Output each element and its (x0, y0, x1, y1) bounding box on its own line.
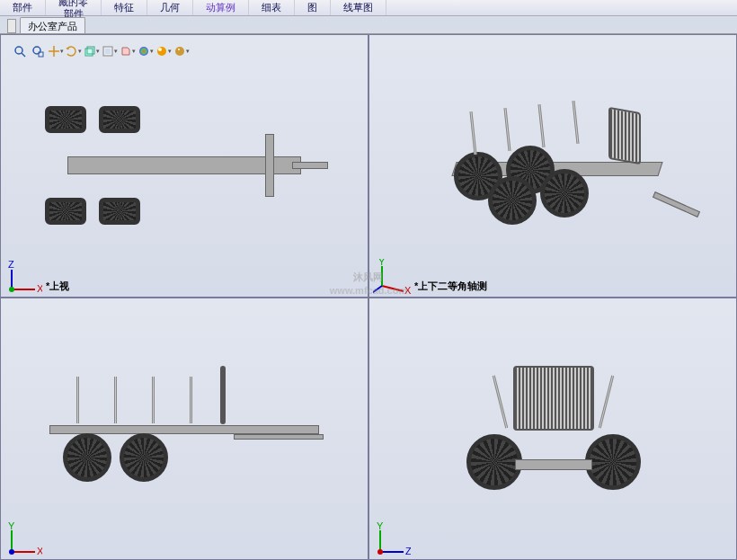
svg-text:X: X (37, 283, 42, 294)
viewport-rear[interactable]: ZY (368, 298, 737, 561)
document-tab[interactable]: 办公室产品 (20, 17, 85, 33)
menu-detail[interactable]: 细表 (249, 0, 295, 15)
rotate-icon[interactable] (66, 43, 82, 59)
svg-point-9 (157, 47, 166, 56)
svg-text:Y: Y (378, 259, 386, 267)
svg-text:Z: Z (405, 546, 411, 556)
heads-up-toolbar (12, 42, 190, 60)
pan-icon[interactable] (48, 43, 64, 59)
menu-drawing[interactable]: 图 (295, 0, 331, 15)
menu-motion[interactable]: 动算例 (193, 0, 249, 15)
zoom-fit-icon[interactable] (30, 43, 46, 59)
viewport-grid: XZ *上视 XY *上下二等角轴测 (0, 34, 737, 560)
paint-icon[interactable] (120, 43, 136, 59)
document-tab-bar: 办公室产品 (0, 16, 737, 34)
svg-text:Y: Y (8, 521, 15, 531)
view-triad: XY (373, 259, 411, 297)
zoom-in-icon[interactable] (12, 43, 28, 59)
svg-line-20 (373, 286, 382, 295)
svg-line-18 (382, 286, 404, 291)
view-label: *上下二等角轴测 (414, 280, 487, 293)
menu-geometry[interactable]: 几何 (147, 0, 193, 15)
menu-hidden-parts[interactable]: 藏的零 部件 (46, 0, 102, 15)
svg-point-15 (9, 287, 14, 292)
menu-parts[interactable]: 部件 (0, 0, 46, 15)
menu-sketch[interactable]: 线草图 (331, 0, 386, 15)
svg-point-10 (158, 48, 162, 51)
svg-point-30 (377, 549, 383, 555)
view-triad: XZ (4, 259, 42, 297)
svg-point-0 (15, 47, 22, 54)
svg-line-1 (22, 53, 25, 57)
viewport-side[interactable]: XY (0, 298, 368, 561)
svg-point-8 (139, 47, 148, 56)
menu-features[interactable]: 特征 (102, 0, 147, 15)
viewport-top[interactable]: XZ *上视 (0, 34, 368, 298)
menu-bar: 部件 藏的零 部件 特征 几何 动算例 细表 图 线草图 (0, 0, 737, 16)
scene-icon[interactable] (155, 43, 172, 59)
svg-rect-4 (85, 49, 93, 56)
render-icon[interactable] (173, 43, 190, 59)
svg-text:X: X (404, 285, 411, 296)
svg-rect-7 (105, 49, 111, 54)
viewport-isometric[interactable]: XY *上下二等角轴测 (368, 34, 737, 298)
svg-point-25 (9, 549, 14, 555)
svg-text:X: X (37, 546, 42, 556)
box-icon[interactable] (84, 43, 100, 59)
section-icon[interactable] (102, 43, 118, 59)
view-label: *上视 (46, 280, 69, 293)
tab-list-handle[interactable] (7, 19, 16, 33)
view-triad: XY (4, 521, 42, 559)
appearance-icon[interactable] (138, 43, 154, 59)
view-triad: ZY (373, 521, 411, 559)
svg-point-2 (33, 47, 40, 54)
svg-point-11 (175, 47, 184, 56)
svg-text:Z: Z (8, 259, 14, 270)
svg-text:Y: Y (377, 521, 384, 531)
svg-point-12 (178, 49, 180, 50)
